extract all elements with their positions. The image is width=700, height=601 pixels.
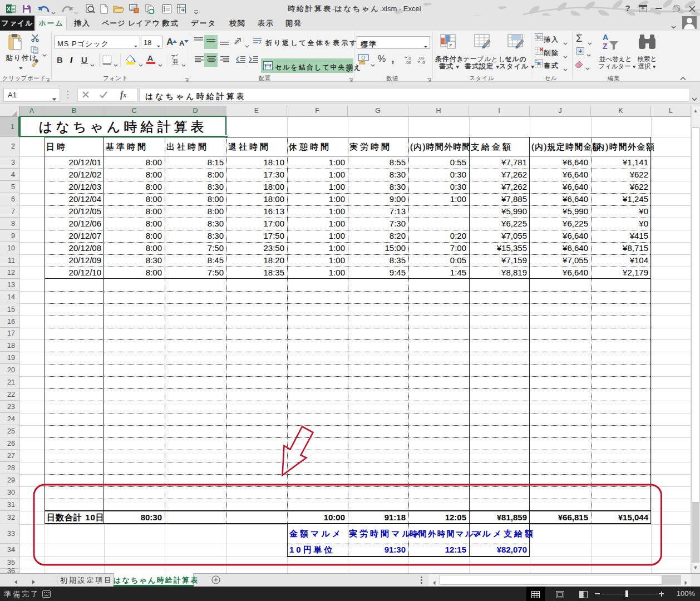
svg-text:A: A [603,33,608,42]
svg-text:亜: 亜 [172,58,179,65]
svg-text:Z: Z [603,42,608,51]
svg-text:.0: .0 [421,60,425,65]
svg-text:≠: ≠ [449,42,452,48]
svg-text:.00: .00 [405,60,412,65]
